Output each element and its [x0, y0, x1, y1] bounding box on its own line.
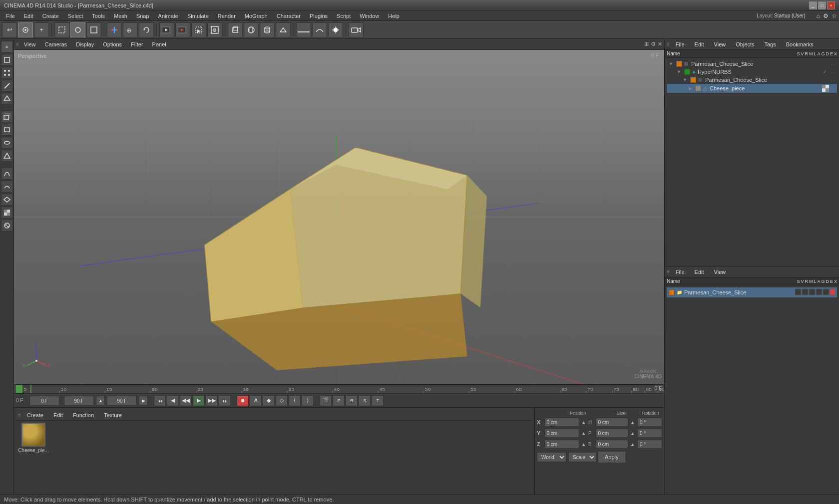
mat-menu-function[interactable]: Function [69, 411, 98, 419]
rotate-button[interactable] [139, 22, 154, 37]
polygon-mode-button[interactable] [1, 93, 13, 105]
menu-select[interactable]: Select [64, 12, 87, 20]
expand-icon-piece[interactable]: ▶ [689, 86, 692, 91]
floor-button[interactable] [296, 22, 311, 37]
rot-record-button[interactable]: R [346, 395, 358, 406]
menu-window[interactable]: Window [356, 12, 383, 20]
expand-icon-nurbs[interactable]: ▼ [677, 69, 681, 74]
coord-z-pos[interactable] [544, 440, 579, 449]
cube-create-button[interactable] [228, 22, 243, 37]
bp-handle[interactable]: ≡ [667, 269, 670, 274]
render-region-button[interactable]: ▶ [191, 22, 206, 37]
vp-close-icon[interactable]: ✕ [658, 41, 662, 47]
close-button[interactable]: × [827, 1, 835, 9]
spline-tool[interactable] [1, 168, 13, 180]
prev-keyframe-button[interactable]: ⟨ [289, 395, 301, 406]
end-frame-arrow[interactable]: ▶ [139, 396, 148, 406]
material-item[interactable]: Cheese_pie... [16, 421, 51, 455]
side-view-button[interactable] [1, 150, 13, 162]
bp-file[interactable]: File [672, 268, 689, 276]
tree-row-cheese-piece[interactable]: ▶ △ Cheese_piece · · · · [667, 84, 837, 93]
live-selection-button[interactable] [70, 22, 85, 37]
end-frame-field2[interactable]: 90 F [107, 396, 137, 406]
menu-help[interactable]: Help [384, 12, 404, 20]
vp-menu-filter[interactable]: Filter [127, 40, 147, 48]
rp-edit[interactable]: Edit [691, 40, 708, 48]
home-icon[interactable]: ⌂ [817, 12, 820, 19]
coord-z-size[interactable] [596, 440, 628, 449]
obj-row-parmesan[interactable]: 📁 Parmesan_Cheese_Slice [667, 287, 837, 297]
vp-menu-cameras[interactable]: Cameras [41, 40, 71, 48]
current-frame-field[interactable]: 0 F [29, 396, 59, 406]
rp-objects[interactable]: Objects [732, 40, 758, 48]
timeline-button[interactable]: T [372, 395, 384, 406]
render-picture-viewer-button[interactable] [175, 22, 190, 37]
texture-tool[interactable] [1, 207, 13, 219]
menu-file[interactable]: File [2, 12, 19, 20]
top-view-button[interactable] [1, 137, 13, 149]
del-keyframe-button[interactable]: ◇ [276, 395, 288, 406]
new-object-button[interactable]: + [34, 22, 49, 37]
undo-button[interactable]: ↩ [2, 22, 17, 37]
play-reverse-button[interactable]: ◀◀ [180, 395, 192, 406]
next-frame-button[interactable]: ▶▶ [206, 395, 218, 406]
menu-simulate[interactable]: Simulate [183, 12, 213, 20]
pos-record-button[interactable]: P [333, 395, 345, 406]
menu-script[interactable]: Script [333, 12, 355, 20]
vp-menu-display[interactable]: Display [72, 40, 98, 48]
menu-mesh[interactable]: Mesh [110, 12, 131, 20]
scale-dropdown[interactable]: Scale Size [568, 452, 596, 462]
bookmark-icon[interactable]: ☆ [832, 12, 837, 19]
mode-select-icon[interactable]: ≡ [1, 41, 13, 53]
vp-menu-view[interactable]: View [20, 40, 40, 48]
coord-y-size[interactable] [596, 429, 628, 438]
light-button[interactable] [328, 22, 343, 37]
menu-plugins[interactable]: Plugins [306, 12, 332, 20]
rp-handle[interactable]: ≡ [667, 41, 670, 47]
camera-button[interactable] [349, 22, 364, 37]
sky-button[interactable] [312, 22, 327, 37]
menu-snap[interactable]: Snap [132, 12, 153, 20]
mat-menu-create[interactable]: Create [23, 411, 47, 419]
move-tool-button[interactable] [18, 22, 33, 37]
vp-menu-options[interactable]: Options [99, 40, 126, 48]
tree-row-parmesan-root[interactable]: ▼ ⊞ Parmesan_Cheese_Slice · · [667, 60, 837, 68]
rp-bookmarks[interactable]: Bookmarks [782, 40, 818, 48]
prev-frame-button[interactable]: ◀ [167, 395, 179, 406]
render-active-view-button[interactable] [159, 22, 174, 37]
next-keyframe-button[interactable]: ⟩ [302, 395, 314, 406]
deform-tool[interactable] [1, 194, 13, 206]
menu-edit[interactable]: Edit [20, 12, 37, 20]
rp-file[interactable]: File [672, 40, 689, 48]
bp-edit[interactable]: Edit [691, 268, 708, 276]
menu-tools[interactable]: Tools [88, 12, 109, 20]
coord-h-rot[interactable] [637, 418, 662, 427]
coord-y-pos[interactable] [544, 429, 579, 438]
rect-selection-button[interactable] [86, 22, 101, 37]
frame-up-btn[interactable]: ▲ [96, 396, 105, 406]
coord-x-pos[interactable] [544, 418, 579, 427]
render-settings-button[interactable]: ⚙ [207, 22, 222, 37]
select-object-button[interactable] [54, 22, 69, 37]
scale-button[interactable]: ⊕ [123, 22, 138, 37]
front-view-button[interactable] [1, 124, 13, 136]
go-to-end-button[interactable]: ⏭ [219, 395, 231, 406]
point-mode-button[interactable] [1, 67, 13, 79]
cylinder-create-button[interactable] [260, 22, 275, 37]
3d-viewport[interactable]: Perspective 0 F Z X Y [14, 50, 664, 384]
edge-mode-button[interactable] [1, 80, 13, 92]
maximize-button[interactable]: □ [818, 1, 826, 9]
sphere-create-button[interactable] [244, 22, 259, 37]
rp-view[interactable]: View [710, 40, 730, 48]
apply-button[interactable]: Apply [598, 452, 625, 463]
record-button[interactable]: ⏺ [237, 395, 249, 406]
play-forward-button[interactable]: ▶ [193, 395, 205, 406]
menu-character[interactable]: Character [273, 12, 305, 20]
plane-create-button[interactable] [276, 22, 291, 37]
mat-menu-edit[interactable]: Edit [49, 411, 67, 419]
auto-key-button[interactable]: A [250, 395, 262, 406]
viewport-handle[interactable]: ≡ [16, 41, 19, 47]
scale-record-button[interactable]: S [359, 395, 371, 406]
vp-settings-icon[interactable]: ⚙ [651, 41, 656, 47]
vp-menu-panel[interactable]: Panel [148, 40, 170, 48]
